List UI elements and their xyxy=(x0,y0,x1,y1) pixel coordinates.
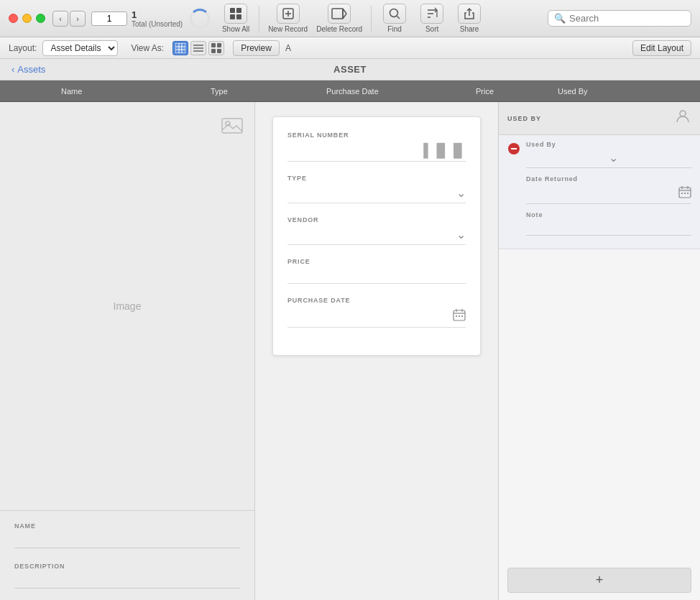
svg-rect-29 xyxy=(222,119,242,133)
used-by-chevron-icon[interactable]: ⌄ xyxy=(609,151,691,165)
used-by-name-field: Used By ⌄ xyxy=(526,141,691,168)
delete-record-button[interactable]: Delete Record xyxy=(316,4,362,33)
date-returned-input[interactable] xyxy=(526,188,678,198)
edit-layout-button[interactable]: Edit Layout xyxy=(632,40,691,56)
col-header-purchase-date[interactable]: Purchase Date xyxy=(319,87,469,96)
col-header-name[interactable]: Name xyxy=(54,87,203,96)
vendor-label: VENDOR xyxy=(287,216,466,223)
serial-number-label: SERIAL NUMBER xyxy=(287,131,466,139)
image-area[interactable]: Image xyxy=(0,102,254,511)
purchase-date-row[interactable] xyxy=(287,308,466,328)
description-input[interactable] xyxy=(14,574,240,589)
purchase-date-field: PURCHASE DATE xyxy=(287,297,466,328)
record-number-input[interactable] xyxy=(91,11,127,26)
col-header-price[interactable]: Price xyxy=(469,87,551,96)
serial-number-input[interactable] xyxy=(287,145,423,156)
show-all-button[interactable]: Show All xyxy=(221,4,250,33)
new-record-button[interactable]: New Record xyxy=(268,4,308,33)
type-input[interactable] xyxy=(287,188,456,198)
name-field-label: NAME xyxy=(14,522,240,530)
maximize-button[interactable] xyxy=(36,14,45,23)
layout-select[interactable]: Asset Details xyxy=(42,40,118,56)
page-title: ASSET xyxy=(333,64,367,75)
used-by-header: USED BY xyxy=(499,102,700,135)
price-field: PRICE xyxy=(287,258,466,284)
price-input[interactable] xyxy=(287,269,466,280)
spinner xyxy=(188,7,211,30)
breadcrumb: ‹ Assets ASSET xyxy=(0,59,700,80)
sort-icon xyxy=(420,4,443,24)
portal-fields: Used By ⌄ Date Returned xyxy=(526,141,691,243)
date-returned-calendar-icon[interactable] xyxy=(678,185,691,200)
serial-number-field: SERIAL NUMBER ▌▐▌▐▌ xyxy=(287,131,466,162)
nav-arrows: ‹ › xyxy=(52,11,86,27)
vendor-input[interactable] xyxy=(287,229,456,240)
used-by-name-label: Used By xyxy=(526,141,691,148)
person-icon xyxy=(674,108,691,129)
name-section: NAME xyxy=(0,511,254,554)
delete-record-label: Delete Record xyxy=(316,25,362,33)
view-icon-grid[interactable] xyxy=(208,41,224,55)
calendar-icon[interactable] xyxy=(453,308,466,324)
close-button[interactable] xyxy=(9,14,18,23)
search-input[interactable] xyxy=(569,13,685,24)
view-icons xyxy=(172,41,224,55)
note-input[interactable] xyxy=(526,221,691,232)
share-button[interactable]: Share xyxy=(455,4,484,33)
nav-back-button[interactable]: ‹ xyxy=(52,11,68,27)
image-placeholder-icon xyxy=(221,114,243,140)
find-label: Find xyxy=(387,25,401,33)
type-dropdown-icon[interactable]: ⌄ xyxy=(456,186,466,200)
new-record-label: New Record xyxy=(268,25,308,33)
svg-point-38 xyxy=(680,111,686,116)
find-button[interactable]: Find xyxy=(380,4,409,33)
sort-button[interactable]: Sort xyxy=(418,4,446,33)
traffic-lights xyxy=(9,14,45,23)
svg-rect-45 xyxy=(681,193,683,194)
find-icon xyxy=(383,4,406,24)
nav-forward-button[interactable]: › xyxy=(70,11,86,27)
name-input[interactable] xyxy=(14,534,240,548)
type-row[interactable]: ⌄ xyxy=(287,186,466,203)
col-header-type[interactable]: Type xyxy=(203,87,319,96)
search-box[interactable]: 🔍 xyxy=(548,10,691,27)
view-icon-table[interactable] xyxy=(172,41,188,55)
svg-rect-27 xyxy=(211,49,216,53)
svg-line-12 xyxy=(397,17,400,19)
purchase-date-label: PURCHASE DATE xyxy=(287,297,466,304)
record-total-label: Total (Unsorted) xyxy=(132,20,183,28)
view-icon-list[interactable] xyxy=(190,41,206,55)
portal-delete-button[interactable] xyxy=(507,142,520,157)
portal-row: Used By ⌄ Date Returned xyxy=(499,135,700,249)
minimize-button[interactable] xyxy=(22,14,32,23)
layout-label: Layout: xyxy=(9,43,37,53)
layout-bar: Layout: Asset Details View As: Preview A… xyxy=(0,37,700,59)
svg-rect-7 xyxy=(332,9,343,19)
add-portal-row-button[interactable]: + xyxy=(507,568,691,593)
preview-button[interactable]: Preview xyxy=(233,40,280,56)
svg-rect-28 xyxy=(217,49,221,53)
svg-rect-25 xyxy=(211,43,216,47)
svg-rect-46 xyxy=(684,193,686,194)
vendor-row[interactable]: ⌄ xyxy=(287,228,466,245)
toolbar-separator-2 xyxy=(371,6,372,32)
svg-rect-47 xyxy=(687,193,689,194)
svg-rect-35 xyxy=(456,315,457,317)
view-as-label: View As: xyxy=(131,43,164,53)
note-label: Note xyxy=(526,211,691,218)
column-header-row: Name Type Purchase Date Price Used By xyxy=(0,80,700,102)
col-header-used-by[interactable]: Used By xyxy=(551,87,700,96)
price-label: PRICE xyxy=(287,258,466,265)
back-label[interactable]: Assets xyxy=(17,64,45,75)
back-link[interactable]: ‹ Assets xyxy=(11,64,45,75)
serial-number-row: ▌▐▌▐▌ xyxy=(287,143,466,162)
date-returned-field: Date Returned xyxy=(526,175,691,204)
show-all-icon xyxy=(224,4,247,24)
vendor-dropdown-icon[interactable]: ⌄ xyxy=(456,228,466,241)
record-count: 1 Total (Unsorted) xyxy=(132,9,183,28)
date-returned-row[interactable] xyxy=(526,185,691,204)
used-by-dropdown[interactable]: ⌄ xyxy=(526,151,691,168)
purchase-date-input[interactable] xyxy=(287,311,453,322)
back-chevron-icon: ‹ xyxy=(11,64,14,75)
type-field: TYPE ⌄ xyxy=(287,175,466,203)
